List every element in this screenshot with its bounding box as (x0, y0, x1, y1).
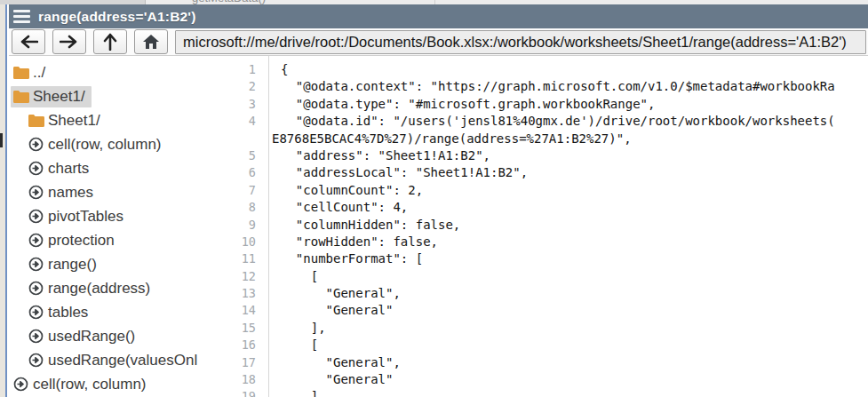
item-inner: usedRange(valuesOnl (26, 350, 197, 371)
folder-icon (12, 89, 29, 105)
sidebar-item-range-address[interactable]: range(address) (9, 276, 197, 300)
address-bar[interactable]: microsoft://me/drive/root:/Documents/Boo… (175, 30, 866, 54)
code-line: 4 "@odata.id": "/users('jensl81%40gmx.de… (197, 113, 868, 130)
item-inner: Sheet1/ (26, 110, 107, 131)
sidebar-item-label: protection (48, 232, 115, 250)
sidebar-item-usedrange[interactable]: usedRange() (9, 324, 197, 348)
navigate-arrow-icon (27, 329, 44, 345)
line-text: E8768E5BCAC4%7D%27)/range(address=%27A1:… (268, 131, 632, 147)
line-number: 9 (197, 217, 268, 234)
line-number: 12 (197, 268, 268, 285)
code-line: 10 "rowHidden": false, (197, 234, 868, 250)
item-inner: range(address) (26, 278, 156, 299)
sidebar-item-label: usedRange() (48, 328, 135, 345)
folder-icon (12, 66, 29, 79)
line-number: 6 (197, 164, 268, 181)
sidebar-item-label: usedRange(valuesOnl (48, 352, 197, 369)
home-icon (142, 34, 160, 50)
up-button[interactable] (93, 29, 127, 54)
background-left-strip (0, 4, 7, 397)
item-inner: pivotTables (26, 206, 130, 227)
code-line: E8768E5BCAC4%7D%27)/range(address=%27A1:… (197, 131, 868, 147)
line-text: "address": "Sheet1!A1:B2", (268, 147, 490, 164)
line-number: 3 (197, 96, 268, 113)
sidebar-item-label: range() (48, 256, 97, 274)
code-line: 18 "General" (197, 371, 868, 388)
sidebar-item-sheet1[interactable]: Sheet1/ (9, 84, 197, 108)
line-text: [ (268, 268, 318, 285)
line-number: 15 (197, 320, 268, 337)
browser-window: range(address='A1:B2') (9, 4, 868, 397)
selected-highlight: Sheet1/ (11, 86, 92, 107)
menu-icon[interactable] (13, 10, 30, 23)
navigate-arrow-icon (27, 353, 44, 369)
forward-button[interactable] (52, 29, 86, 54)
navigate-arrow-icon (28, 137, 44, 152)
line-number: 4 (197, 113, 268, 130)
item-inner: cell(row, column) (11, 374, 153, 395)
line-text: "General" (268, 302, 393, 319)
gutter-divider (268, 56, 269, 397)
title-bar: range(address='A1:B2') (9, 4, 868, 28)
sidebar-item-label: cell(row, column) (33, 376, 147, 393)
sidebar-item-[interactable]: ../ (9, 60, 197, 84)
item-inner: ../ (11, 62, 52, 83)
line-text: "General", (268, 285, 401, 302)
line-text: "numberFormat": [ (268, 250, 423, 267)
line-text: ], (268, 320, 326, 337)
line-number: 17 (197, 354, 268, 371)
navigate-arrow-icon (27, 305, 44, 321)
line-text: ] (268, 388, 318, 397)
item-inner: range() (26, 254, 103, 275)
code-line: 8 "cellCount": 4, (197, 199, 868, 216)
line-text: "cellCount": 4, (268, 199, 408, 216)
sidebar-item-label: Sheet1/ (33, 88, 85, 106)
home-button[interactable] (134, 29, 168, 54)
sidebar-item-charts[interactable]: charts (9, 156, 197, 180)
navigate-arrow-icon (12, 377, 29, 393)
sidebar-item-range[interactable]: range() (9, 252, 197, 276)
navigate-arrow-icon (27, 233, 44, 249)
navigate-arrow-icon (28, 353, 44, 368)
code-line: 6 "addressLocal": "Sheet1!A1:B2", (197, 164, 868, 181)
line-number: 13 (197, 285, 268, 302)
sidebar-item-pivottables[interactable]: pivotTables (9, 204, 197, 228)
code-line: 16 [ (197, 337, 868, 353)
sidebar-item-protection[interactable]: protection (9, 228, 197, 252)
navigate-arrow-icon (27, 209, 44, 225)
navigate-arrow-icon (28, 281, 44, 296)
code-line: 19 ] (197, 388, 868, 397)
line-number: 5 (197, 147, 268, 164)
sidebar-item-sheet1[interactable]: Sheet1/ (9, 108, 197, 132)
line-number (197, 131, 268, 147)
sidebar-item-cell-row-column[interactable]: cell(row, column) (9, 132, 197, 156)
line-text: "rowHidden": false, (268, 234, 438, 250)
back-button[interactable] (12, 29, 45, 54)
item-inner: usedRange() (26, 326, 141, 347)
navigate-arrow-icon (28, 305, 44, 320)
sidebar-item-label: pivotTables (48, 208, 123, 226)
sidebar-item-names[interactable]: names (9, 180, 197, 204)
code-line: 3 "@odata.type": "#microsoft.graph.workb… (197, 96, 868, 113)
navigate-arrow-icon (27, 257, 44, 273)
json-viewer: 1{2 "@odata.context": "https://graph.mic… (197, 56, 868, 397)
code-line: 17 "General", (197, 354, 868, 371)
navigate-arrow-icon (28, 233, 44, 248)
content-area: ../Sheet1/Sheet1/cell(row, column)charts… (9, 56, 868, 397)
address-text: microsoft://me/drive/root:/Documents/Boo… (183, 34, 847, 51)
line-text: "General", (268, 354, 401, 371)
code-line: 9 "columnHidden": false, (197, 217, 868, 234)
line-text: "addressLocal": "Sheet1!A1:B2", (268, 164, 528, 181)
navigate-arrow-icon (28, 329, 44, 344)
sidebar-item-cell-row-column[interactable]: cell(row, column) (9, 372, 197, 396)
item-inner: tables (26, 302, 94, 323)
item-inner: names (26, 182, 100, 203)
sidebar-item-label: range(address) (48, 280, 150, 298)
line-number: 7 (197, 182, 268, 199)
folder-icon (27, 113, 44, 129)
line-number: 11 (197, 250, 268, 267)
line-text: "@odata.context": "https://graph.microso… (268, 78, 835, 95)
sidebar-item-usedrange-valuesonl[interactable]: usedRange(valuesOnl (9, 348, 197, 372)
folder-icon (12, 90, 29, 103)
sidebar-item-tables[interactable]: tables (9, 300, 197, 324)
